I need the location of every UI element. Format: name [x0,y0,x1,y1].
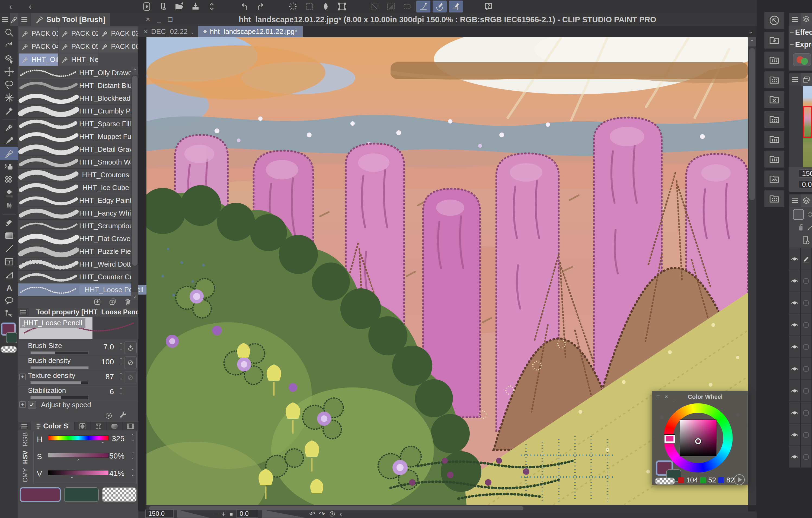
value-slider-handle[interactable]: ⌃ [70,475,74,482]
color-wheel-minimize-icon[interactable]: _ [673,393,676,401]
hue-stepper[interactable]: ⌃⌄ [131,434,134,442]
HHT_Blockhead[interactable]: HHT_Blockhead [18,92,138,105]
toolbar-button[interactable] [416,1,430,12]
brush-density-value[interactable]: 100 [101,358,114,366]
toolbar-button[interactable] [319,1,333,12]
layer-row[interactable] [789,336,812,358]
sub-color-swatch[interactable] [6,332,17,343]
brush-pack-tab[interactable]: PACK 03 [98,27,138,39]
rotation-slider[interactable] [262,510,306,518]
HHT_Puzzle Pieces[interactable]: HHT_Puzzle Pieces [18,245,138,258]
reset-rotation-icon[interactable] [329,510,336,517]
history-back-icon[interactable]: ‹ [9,2,12,11]
brush-pack-tab[interactable]: PACK 06 [98,40,138,53]
opacity-stepper-icon[interactable] [807,211,812,218]
adjust-expand-icon[interactable]: + [19,401,26,408]
fit-to-screen-icon[interactable]: ■ [229,511,233,517]
layer-visibility-toggle[interactable] [789,336,801,358]
zoom-field[interactable]: 150.0 [145,510,174,518]
subtool-panel-tab[interactable]: Sub Tool [Brush] [31,13,110,26]
HHT_Oily Drawer[interactable]: HHT_Oily Drawer [18,66,138,79]
text-tool[interactable] [0,281,18,294]
effect-section[interactable]: −Effect [789,26,812,38]
transparent-color-swatch[interactable] [1,346,17,353]
pencil-tool[interactable] [0,134,18,147]
sub-color-swatch-large[interactable] [64,487,99,502]
rotate-left-icon[interactable]: ↶ [309,510,315,518]
eyedropper-tool[interactable] [0,104,18,117]
expression-color-chip[interactable] [793,53,811,66]
brush-tool[interactable] [0,147,18,160]
HHT_Muppet Fuzz[interactable]: HHT_Muppet Fuzz [18,130,138,143]
navigator-view-rect[interactable] [803,106,812,138]
material-color-pattern[interactable] [764,52,784,69]
hue-value[interactable]: 325 [112,434,124,443]
toolbar-button[interactable] [335,1,349,12]
texture-density-value[interactable]: 87 [106,373,114,381]
material-downloaded[interactable] [764,190,784,207]
HHT_Ice Cube[interactable]: HHT_Ice Cube [18,181,138,194]
navigator-menu-icon[interactable] [789,73,801,86]
expression-section[interactable]: −Expres [789,38,812,50]
toolbar-button[interactable] [254,1,268,12]
material-pose[interactable] [764,151,784,167]
auto-select-tool[interactable] [0,91,18,104]
color-slider-tab[interactable]: Color Slider [31,422,74,430]
HHT_Loose Pencil[interactable]: HHT_Loose Pencil [18,283,138,296]
scroll-down-icon[interactable]: ⌄ [131,292,138,300]
toolbar-button[interactable] [270,1,284,12]
value-stepper[interactable]: ⌃⌄ [131,469,134,477]
layer-row[interactable] [789,314,812,336]
import-subtool-icon[interactable] [93,298,102,306]
decoration-tool[interactable] [0,173,18,186]
layer-visibility-toggle[interactable] [789,314,801,335]
saturation-slider[interactable] [48,453,109,458]
toolbar-button[interactable] [156,1,170,12]
HHT_Crumbly Painter[interactable]: HHT_Crumbly Painter [18,105,138,117]
eraser-tool[interactable] [0,186,18,199]
document-tab-inactive[interactable]: × DEC_02.22_Ja [138,26,198,37]
toolbar-button[interactable] [286,1,300,12]
layer-edit-cell[interactable] [801,424,812,445]
history-forward-icon[interactable]: ‹ [29,2,31,11]
frame-border-tool[interactable] [0,255,18,268]
collapse-statusbar-icon[interactable]: ‹ [340,510,342,518]
brush-pack-tab[interactable]: PACK 02 [59,27,98,39]
main-color-swatch-large[interactable] [20,487,61,502]
brush-pack-tab[interactable]: HHT_New [59,53,98,66]
ruler-tool[interactable] [0,268,18,281]
tool-button[interactable] [0,117,18,121]
value-value[interactable]: 41% [109,469,124,478]
toolbar-button[interactable] [221,1,235,12]
hue-ring-marker[interactable] [664,435,675,443]
brush-size-slider[interactable] [30,351,89,354]
brush-pack-tab[interactable]: HHT_Oily [19,53,58,66]
gradient-tool[interactable] [0,229,18,242]
texture-expand-icon[interactable]: + [19,374,26,380]
stabilization-value[interactable]: 6 [110,387,114,396]
toolbar-button[interactable] [351,1,365,12]
layer-menu-icon[interactable] [789,194,801,207]
pen-tool[interactable] [0,121,18,134]
lock-icon[interactable] [19,324,138,339]
navigator-zoom-field[interactable]: 150.0 [799,169,812,178]
delete-subtool-icon[interactable] [124,298,132,306]
wheel-transparent-swatch[interactable] [655,478,675,485]
layer-row[interactable] [789,402,812,424]
saturation-value-square[interactable] [680,419,717,456]
layer-visibility-toggle[interactable] [789,292,801,313]
tool-tab[interactable] [10,13,18,26]
layer-edit-cell[interactable] [801,402,812,424]
layer-row[interactable] [789,248,812,270]
layer-edit-cell[interactable] [801,358,812,380]
operation-tool[interactable] [0,307,18,320]
subtool-menu-icon[interactable] [18,13,31,26]
toolbar-button[interactable] [449,1,463,12]
toolbar-button[interactable] [433,1,447,12]
HHT_Edgy Painter[interactable]: HHT_Edgy Painter [18,194,138,207]
material-download[interactable] [764,32,784,49]
hsv-side-tab[interactable]: HSV [19,448,31,466]
color-wheel-menu-icon[interactable]: ≡ [656,393,660,401]
color-set-tab[interactable] [75,422,90,430]
navigator-tab[interactable] [801,73,812,86]
